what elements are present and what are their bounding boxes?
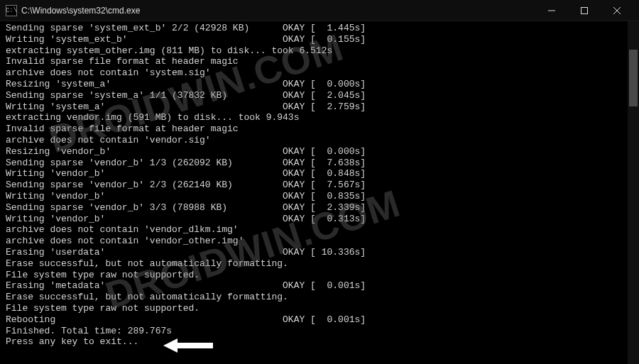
terminal-line: Writing 'vendor_b' OKAY [ 0.835s] (6, 191, 633, 202)
window-controls (535, 0, 633, 21)
terminal-line: Sending sparse 'system_a' 1/1 (37832 KB)… (6, 90, 633, 101)
cmd-icon: C:\ (6, 5, 17, 16)
terminal-output[interactable]: Sending sparse 'system_ext_b' 2/2 (42928… (0, 21, 639, 364)
terminal-line: Sending sparse 'system_ext_b' 2/2 (42928… (6, 23, 633, 34)
terminal-line: File system type raw not supported. (6, 303, 633, 314)
maximize-button[interactable] (568, 0, 601, 21)
terminal-line: Erase successful, but not automatically … (6, 258, 633, 270)
terminal-line: archive does not contain 'vendor_other.i… (6, 236, 633, 247)
terminal-line: Writing 'vendor_b' OKAY [ 0.313s] (6, 214, 633, 225)
svg-rect-1 (581, 7, 588, 13)
terminal-line: Erasing 'userdata' OKAY [ 10.336s] (6, 247, 633, 258)
terminal-line: Resizing 'vendor_b' OKAY [ 0.000s] (6, 146, 633, 158)
terminal-line: Sending sparse 'vendor_b' 1/3 (262092 KB… (6, 158, 633, 169)
terminal-line: Rebooting OKAY [ 0.001s] (6, 314, 633, 326)
window-title: C:\Windows\system32\cmd.exe (21, 6, 535, 16)
vertical-scrollbar[interactable] (628, 21, 639, 364)
terminal-line: Press any key to exit... (6, 336, 633, 348)
terminal-line: File system type raw not supported. (6, 270, 633, 281)
terminal-line: Finished. Total time: 289.767s (6, 326, 633, 337)
close-button[interactable] (601, 0, 633, 21)
terminal-line: archive does not contain 'system.sig' (6, 67, 633, 79)
terminal-line: extracting vendor.img (591 MB) to disk..… (6, 112, 633, 123)
terminal-line: Invalid sparse file format at header mag… (6, 123, 633, 135)
terminal-line: Writing 'vendor_b' OKAY [ 0.848s] (6, 168, 633, 180)
terminal-line: Resizing 'system_a' OKAY [ 0.000s] (6, 79, 633, 90)
terminal-line: Writing 'system_ext_b' OKAY [ 0.155s] (6, 34, 633, 45)
terminal-line: Erasing 'metadata' OKAY [ 0.001s] (6, 280, 633, 292)
terminal-line: archive does not contain 'vendor.sig' (6, 135, 633, 146)
terminal-line: extracting system_other.img (811 MB) to … (6, 45, 633, 57)
terminal-line: Sending sparse 'vendor_b' 2/3 (262140 KB… (6, 180, 633, 191)
terminal-line: Invalid sparse file format at header mag… (6, 56, 633, 67)
terminal-line: Sending sparse 'vendor_b' 3/3 (78988 KB)… (6, 202, 633, 214)
window-titlebar: C:\ C:\Windows\system32\cmd.exe (0, 0, 639, 21)
terminal-line: Writing 'system_a' OKAY [ 2.759s] (6, 101, 633, 113)
minimize-button[interactable] (535, 0, 568, 21)
scrollbar-thumb[interactable] (629, 50, 638, 106)
terminal-line: archive does not contain 'vendor_dlkm.im… (6, 224, 633, 236)
terminal-line: Erase successful, but not automatically … (6, 292, 633, 303)
